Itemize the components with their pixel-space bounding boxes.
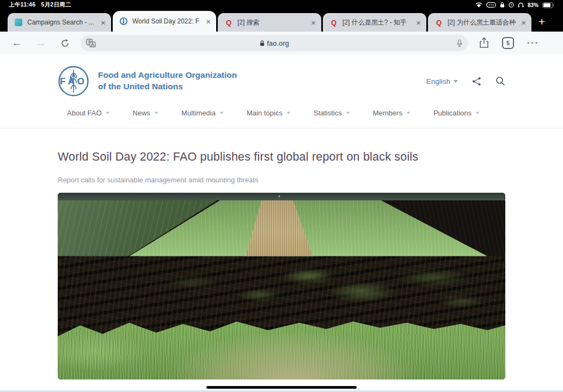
close-icon[interactable]: × xyxy=(101,19,106,27)
orientation-lock-icon xyxy=(500,2,505,8)
tab-what-is-black-soil[interactable]: Q [2] 什么是黑土? - 知乎 × xyxy=(323,13,426,32)
red-q-favicon-icon: Q xyxy=(329,18,338,27)
forward-button[interactable]: → xyxy=(33,37,49,49)
tab-why-black-soil[interactable]: Q [2] 为什么黑土最适合种 × xyxy=(428,13,531,32)
tab-campaigns-search[interactable]: Campaigns Search - ... × xyxy=(8,13,111,32)
status-time-date: 上午11:46 5月2日周二 xyxy=(9,1,71,9)
red-q-favicon-icon: Q xyxy=(435,18,443,27)
fao-favicon-icon xyxy=(119,17,128,26)
tablet-screen: 上午11:46 5月2日周二 83% xyxy=(0,0,563,392)
fao-logo[interactable]: FAO xyxy=(58,65,89,97)
header-actions: English xyxy=(426,76,505,86)
language-label: English xyxy=(426,77,450,85)
nav-item-publications[interactable]: Publications xyxy=(433,109,480,117)
fao-site-header: FAO Food and Agriculture Organization of… xyxy=(58,54,505,98)
battery-icon xyxy=(542,2,554,8)
toolbar-actions: 5 ··· xyxy=(479,37,539,49)
nav-item-members[interactable]: Members xyxy=(373,109,411,117)
status-time: 上午11:46 xyxy=(9,1,35,9)
chevron-down-icon xyxy=(476,112,480,114)
org-name: Food and Agriculture Organization of the… xyxy=(98,70,237,93)
dry-grass-patch xyxy=(170,331,416,379)
search-icon[interactable] xyxy=(495,76,505,86)
tab-title: [2] 什么是黑土? - 知乎 xyxy=(342,18,412,27)
tab-world-soil-day[interactable]: World Soil Day 2022: F × xyxy=(113,11,216,32)
tab-title: Campaigns Search - ... xyxy=(27,19,96,26)
weed-patches xyxy=(58,254,505,333)
tab-title: [2] 为什么黑土最适合种 xyxy=(448,18,517,27)
status-bar: 上午11:46 5月2日周二 83% xyxy=(0,0,563,10)
article-title: World Soil Day 2022: FAO publishes first… xyxy=(58,150,505,164)
nav-item-statistics[interactable]: Statistics xyxy=(314,109,350,117)
chevron-down-icon xyxy=(346,112,350,114)
org-name-line1: Food and Agriculture Organization xyxy=(98,70,237,81)
nav-label: Main topics xyxy=(247,109,283,117)
close-icon[interactable]: × xyxy=(521,19,526,27)
home-indicator[interactable] xyxy=(206,386,357,389)
tab-strip: Campaigns Search - ... × World Soil Day … xyxy=(0,10,563,32)
org-name-line2: of the United Nations xyxy=(98,81,237,93)
chevron-down-icon xyxy=(220,112,224,114)
tab-title: [2] 搜索 xyxy=(237,18,307,27)
url-text: fao.org xyxy=(267,39,289,47)
nav-label: Multimedia xyxy=(181,109,216,117)
share-nodes-icon[interactable] xyxy=(472,77,481,86)
back-button[interactable]: ← xyxy=(9,37,25,49)
nav-item-about-fao[interactable]: About FAO xyxy=(67,109,110,117)
site-navigation: About FAO News Multimedia Main topics St… xyxy=(0,98,563,128)
close-icon[interactable]: × xyxy=(416,19,421,27)
vpn-badge-icon xyxy=(486,2,496,8)
article-subtitle: Report calls for sustainable management … xyxy=(58,176,505,184)
chevron-down-icon xyxy=(407,112,411,114)
address-bar[interactable]: fao.org xyxy=(81,35,468,51)
more-menu-button[interactable]: ··· xyxy=(527,38,539,48)
close-icon[interactable]: × xyxy=(206,17,211,26)
status-date: 5月2日周二 xyxy=(41,1,71,9)
chevron-down-icon xyxy=(106,112,109,114)
url-display: fao.org xyxy=(81,39,468,47)
webpage-fao: FAO Food and Agriculture Organization of… xyxy=(0,54,563,392)
alarm-icon xyxy=(509,2,514,8)
tab-search[interactable]: Q [2] 搜索 × xyxy=(218,13,321,32)
translate-icon[interactable] xyxy=(86,39,96,47)
share-icon[interactable] xyxy=(479,37,489,49)
nav-label: Members xyxy=(373,109,402,117)
new-tab-button[interactable]: + xyxy=(538,15,545,28)
nav-item-news[interactable]: News xyxy=(133,109,159,117)
nav-label: News xyxy=(133,109,151,117)
nav-label: About FAO xyxy=(67,109,102,117)
language-selector[interactable]: English xyxy=(426,77,458,85)
nav-item-main-topics[interactable]: Main topics xyxy=(247,109,291,117)
nav-label: Statistics xyxy=(314,109,342,117)
wifi-icon xyxy=(475,2,482,8)
article-hero-image xyxy=(58,193,505,379)
article: World Soil Day 2022: FAO publishes first… xyxy=(58,128,505,379)
status-icons: 83% xyxy=(475,2,554,8)
battery-percent: 83% xyxy=(528,2,538,8)
chevron-down-icon xyxy=(155,112,158,114)
lock-icon xyxy=(260,40,265,46)
tab-title: World Soil Day 2022: F xyxy=(132,17,201,25)
campaigns-favicon-icon xyxy=(14,18,23,27)
red-q-favicon-icon: Q xyxy=(224,18,233,27)
close-icon[interactable]: × xyxy=(311,19,316,27)
horizon-line xyxy=(58,193,505,200)
tab-switcher-button[interactable]: 5 xyxy=(502,37,514,49)
nav-item-multimedia[interactable]: Multimedia xyxy=(181,109,224,117)
browser-toolbar: ← → fao.org 5 ··· xyxy=(0,32,563,54)
chevron-down-icon xyxy=(454,80,458,83)
headphones-icon xyxy=(518,2,524,8)
chevron-down-icon xyxy=(286,112,290,114)
reload-button[interactable] xyxy=(57,39,73,48)
nav-label: Publications xyxy=(433,109,472,117)
microphone-icon[interactable] xyxy=(456,39,463,47)
